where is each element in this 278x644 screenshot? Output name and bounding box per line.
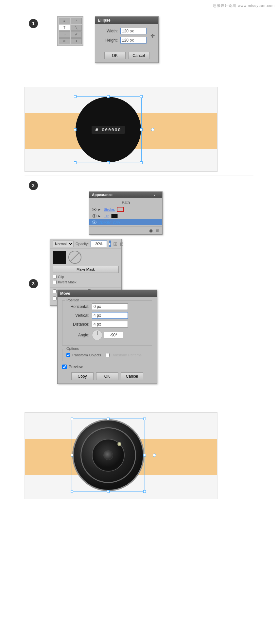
ellipse-ok-button[interactable]: OK <box>104 52 126 59</box>
vertical-label: Vertical: <box>66 313 89 318</box>
handle2-tl <box>71 418 73 420</box>
transform-patterns-check: Transform Patterns <box>106 353 142 357</box>
appearance-title: Appearance <box>92 193 113 197</box>
blend-mode-select[interactable]: Normal Multiply Screen <box>53 241 74 247</box>
no-mask-icon <box>68 251 81 264</box>
delete-icon[interactable]: 🗑 <box>155 228 160 233</box>
tool-icon-line[interactable]: / <box>71 18 82 24</box>
appearance-toolbar: ◉ 🗑 <box>89 226 162 234</box>
move-dialog: Move Position Horizontal: Vertical: Dist… <box>57 290 157 384</box>
camera-lens <box>72 419 144 491</box>
position-fieldset: Position Horizontal: Vertical: Distance:… <box>62 300 152 346</box>
position-legend: Position <box>65 298 80 302</box>
opacity-static-label: Opacity: <box>76 242 89 246</box>
handle2-bl <box>71 490 73 493</box>
tool-icon-pen[interactable]: ✒ <box>59 18 70 24</box>
stroke-preview <box>117 207 124 212</box>
color-badge: # 000000 <box>92 126 125 134</box>
black-circle: # 000000 <box>76 97 141 162</box>
tool-panel: ✒ / T ╲ ○ ✐ ✏ ✦ <box>57 16 83 46</box>
expand-icon[interactable]: ▸ <box>154 193 155 197</box>
tool-icon-pen2[interactable]: ✐ <box>71 31 82 38</box>
menu-icon[interactable]: ☰ <box>157 193 160 197</box>
appearance-controls: ▸ ☰ <box>154 193 160 197</box>
transform-objects-label: Transform Objects <box>72 353 101 357</box>
trans-trash-icon[interactable]: 🗑 <box>119 241 124 246</box>
lens-highlight <box>117 442 121 446</box>
options-fieldset: Options Transform Objects Transform Patt… <box>62 349 152 361</box>
trans-grid-icon[interactable]: ⊞ <box>113 241 117 247</box>
opacity-row[interactable]: Opacity: 20% <box>89 219 162 225</box>
lens-center <box>103 450 113 460</box>
horizontal-row: Horizontal: <box>66 303 148 310</box>
options-legend: Options <box>65 347 80 350</box>
angle-row: Angle: <box>66 330 148 340</box>
height-label: Height: <box>100 38 118 43</box>
tool-icon-text[interactable]: T <box>59 25 70 31</box>
ellipse-dialog-buttons: OK Cancel <box>95 50 158 63</box>
divider-2 <box>25 275 253 275</box>
angle-label: Angle: <box>66 333 89 337</box>
handle-tr <box>140 95 143 98</box>
opacity-eye[interactable] <box>92 221 96 224</box>
handle-br <box>140 161 143 164</box>
step-badge-2: 2 <box>29 181 38 190</box>
make-mask-button[interactable]: Make Mask <box>53 266 119 273</box>
height-input[interactable] <box>120 37 147 44</box>
opacity-input[interactable] <box>91 241 107 247</box>
vertical-input[interactable] <box>92 312 128 319</box>
fill-row: ▶ Fill: <box>89 213 162 219</box>
transform-objects-checkbox[interactable] <box>66 353 70 357</box>
visibility-icon[interactable]: ◉ <box>149 228 153 233</box>
distance-input[interactable] <box>92 321 128 328</box>
angle-dial[interactable] <box>92 330 102 340</box>
transform-objects-check: Transform Objects <box>66 353 101 357</box>
preview-label: Preview <box>69 365 83 369</box>
canvas-preview-1: # 000000 <box>25 87 217 172</box>
fill-label[interactable]: Fill: <box>104 214 109 218</box>
section1: 1 ✒ / T ╲ ○ ✐ ✏ ✦ Ellipse Width: Height:… <box>0 16 278 108</box>
move-dialog-body: Position Horizontal: Vertical: Distance:… <box>58 297 157 384</box>
handle2-br <box>143 490 146 493</box>
width-input[interactable] <box>120 28 147 34</box>
ok-button[interactable]: OK <box>96 372 118 380</box>
distance-label: Distance: <box>66 322 89 327</box>
tool-icon-pencil[interactable]: ✏ <box>59 38 70 45</box>
stroke-label[interactable]: Stroke: <box>104 207 115 211</box>
stroke-eye[interactable] <box>92 208 96 211</box>
handle-tl <box>74 95 77 98</box>
vertical-row: Vertical: <box>66 312 148 319</box>
watermark: 思缘设计论坛 www.missyuan.com <box>213 3 275 8</box>
preview-checkbox[interactable] <box>62 365 67 369</box>
stroke-row: ▶ Stroke: <box>89 206 162 213</box>
fill-arrow[interactable]: ▶ <box>98 214 102 218</box>
fill-eye[interactable] <box>92 214 96 218</box>
tool-icon-brush[interactable]: ✦ <box>71 38 82 45</box>
transform-patterns-checkbox[interactable] <box>106 353 110 357</box>
stroke-arrow[interactable]: ▶ <box>98 208 102 211</box>
step-badge-3: 3 <box>29 279 38 288</box>
fill-preview <box>111 214 118 218</box>
copy-button[interactable]: Copy <box>71 372 94 380</box>
thumbnail-row <box>53 251 119 264</box>
horizontal-input[interactable] <box>92 303 128 310</box>
black-thumbnail <box>53 251 66 264</box>
height-row: Height: <box>100 37 154 44</box>
ellipse-cancel-button[interactable]: Cancel <box>128 52 149 59</box>
ellipse-dialog: Ellipse Width: Height: OK Cancel <box>95 16 159 63</box>
step-badge-1: 1 <box>29 19 38 28</box>
angle-input[interactable] <box>104 332 123 338</box>
width-row: Width: <box>100 28 154 34</box>
ellipse-dialog-title: Ellipse <box>95 17 158 24</box>
canvas-preview-2 <box>25 412 217 499</box>
tool-icon-dash[interactable]: ╲ <box>71 25 82 31</box>
opacity-label: Opacity: 20% <box>98 220 120 224</box>
distance-row: Distance: <box>66 321 148 328</box>
trans-header: Normal Multiply Screen Opacity: ▶ ⊞ 🗑 <box>50 239 121 249</box>
tool-icon-ellipse[interactable]: ○ <box>59 31 70 38</box>
move-dialog-buttons: Copy OK Cancel <box>62 372 152 380</box>
appearance-title-bar: Appearance ▸ ☰ <box>89 192 162 198</box>
section3: 3 Move Position Horizontal: Vertical: Di… <box>0 277 278 370</box>
opacity-arrow-btn[interactable]: ▶ <box>109 241 111 247</box>
cancel-button[interactable]: Cancel <box>121 372 143 380</box>
